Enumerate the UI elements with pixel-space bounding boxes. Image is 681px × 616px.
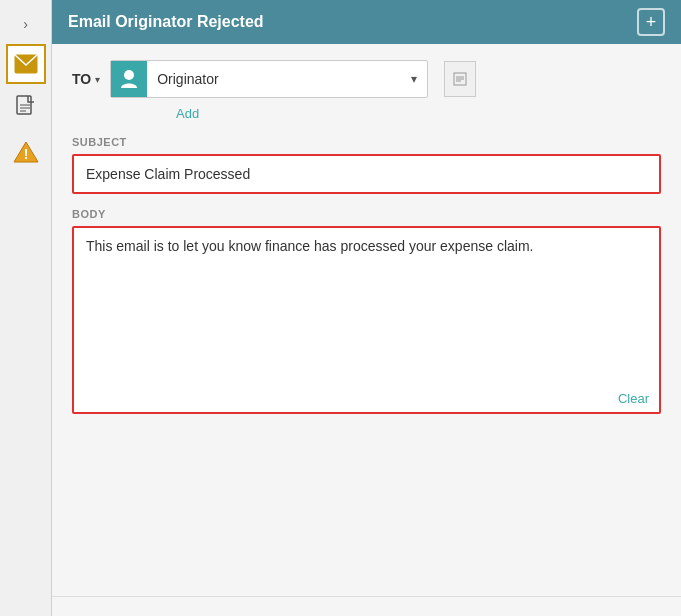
add-link-container: Add [172, 104, 661, 122]
content-area: TO ▾ Originator ▾ [52, 44, 681, 596]
sidebar-item-document[interactable] [6, 88, 46, 128]
subject-input[interactable] [72, 154, 661, 194]
to-label: TO [72, 71, 91, 87]
recipient-avatar [111, 61, 147, 97]
add-button[interactable]: + [637, 8, 665, 36]
recipient-dropdown-icon: ▾ [411, 72, 417, 86]
subject-label: SUBJECT [72, 136, 661, 148]
add-recipient-link[interactable]: Add [176, 106, 199, 121]
to-row: TO ▾ Originator ▾ [72, 60, 661, 98]
recipient-name: Originator [157, 71, 218, 87]
svg-text:!: ! [23, 146, 28, 162]
recipient-name-area[interactable]: Originator ▾ [147, 71, 427, 87]
body-label: BODY [72, 208, 661, 220]
email-icon [14, 54, 38, 74]
body-textarea[interactable] [74, 228, 659, 408]
body-container: Clear [72, 226, 661, 414]
sidebar-collapse-button[interactable]: › [8, 8, 44, 40]
header: Email Originator Rejected + [52, 0, 681, 44]
svg-point-7 [124, 70, 134, 80]
sidebar: › ! [0, 0, 52, 616]
sidebar-item-warning[interactable]: ! [6, 132, 46, 172]
person-icon [119, 68, 139, 90]
sidebar-item-email[interactable] [6, 44, 46, 84]
clear-button[interactable]: Clear [618, 391, 649, 406]
chevron-right-icon: › [23, 16, 28, 32]
warning-icon: ! [13, 140, 39, 164]
document-icon [15, 95, 37, 121]
page-title: Email Originator Rejected [68, 13, 264, 31]
to-chevron-icon: ▾ [95, 74, 100, 85]
main-panel: Email Originator Rejected + TO ▾ Origina… [52, 0, 681, 616]
recipient-box: Originator ▾ [110, 60, 428, 98]
edit-icon [453, 72, 467, 86]
bottom-bar [52, 596, 681, 616]
to-label-dropdown[interactable]: TO ▾ [72, 71, 100, 87]
edit-recipient-button[interactable] [444, 61, 476, 97]
